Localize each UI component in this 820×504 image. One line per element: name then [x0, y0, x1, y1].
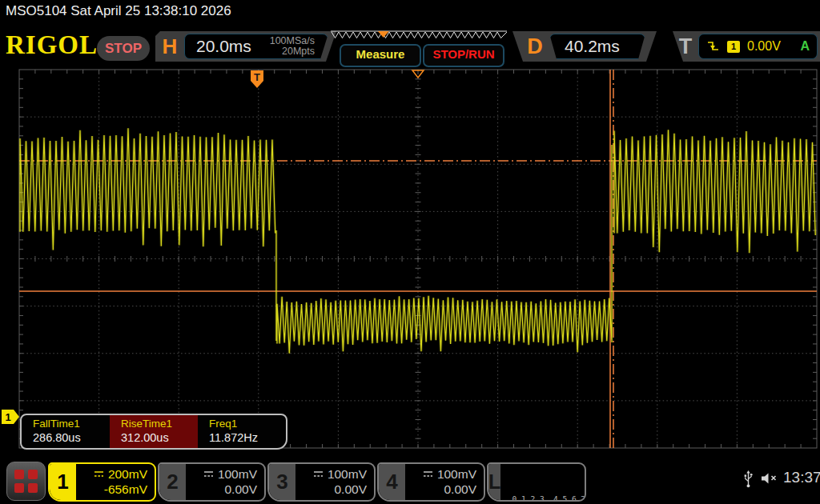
measurement-label: FallTime1	[33, 418, 110, 430]
title-bar: MSO5104 Sat April 25 13:38:10 2026	[0, 0, 820, 24]
waveform-overview-bar[interactable]	[330, 30, 508, 42]
measurement-label: Freq1	[209, 418, 286, 430]
channel-offset: -656mV	[76, 482, 147, 497]
model-and-datetime: MSO5104 Sat April 25 13:38:10 2026	[6, 3, 231, 18]
menu-button[interactable]	[6, 462, 46, 501]
delay-label: D	[521, 31, 549, 62]
channel-scale: 200mV	[108, 466, 147, 482]
trigger-level: 0.00V	[747, 39, 781, 54]
channel-values: 200mV -656mV	[76, 464, 155, 500]
channel-values: 100mV 0.00V	[295, 464, 374, 500]
trigger-source-badge: 1	[727, 41, 740, 53]
delay-box: 40.2ms	[549, 34, 645, 59]
measurement-item[interactable]: FallTime1 286.80us	[22, 415, 110, 448]
horizontal-settings[interactable]: H 20.0ms 100MSa/s 20Mpts	[155, 31, 336, 62]
svg-text:T: T	[254, 71, 260, 83]
usb-icon	[743, 470, 754, 488]
measurement-item[interactable]: Freq1 11.872Hz	[198, 415, 286, 448]
rigol-logo: RIGOL	[6, 30, 98, 60]
digital-label: L	[488, 464, 500, 500]
scope-display[interactable]: T1	[0, 69, 820, 458]
delay-settings[interactable]: D 40.2ms	[512, 31, 657, 62]
sample-rate: 100MSa/s	[270, 35, 315, 46]
measurement-value: 312.00us	[121, 431, 198, 444]
dc-coupling-icon	[313, 470, 324, 478]
dc-coupling-icon	[94, 470, 104, 478]
channel-scale: 100mV	[437, 466, 476, 482]
channel-scale: 100mV	[328, 466, 367, 482]
digital-row-1: 0 1 2 3 4 5 6 7	[500, 493, 586, 502]
trigger-settings[interactable]: T 1 0.00V A	[661, 31, 820, 62]
channel-number: 4	[379, 464, 405, 500]
svg-text:1: 1	[5, 411, 10, 423]
channel-2-tab[interactable]: 2 100mV 0.00V	[158, 462, 266, 502]
dc-coupling-icon	[423, 470, 433, 478]
measurement-panel[interactable]: FallTime1 286.80us RiseTime1 312.00us Fr…	[20, 414, 287, 450]
speaker-muted-icon	[760, 472, 779, 485]
channel-offset: 0.00V	[405, 482, 476, 497]
measurement-label: RiseTime1	[121, 418, 198, 430]
measurement-item[interactable]: RiseTime1 312.00us	[110, 415, 198, 448]
measurement-value: 11.872Hz	[209, 431, 286, 444]
falling-edge-icon	[706, 40, 720, 53]
channel-number: 1	[50, 464, 76, 500]
channel-offset: 0.00V	[295, 482, 367, 497]
menu-grid-icon	[14, 470, 38, 493]
channel-offset: 0.00V	[186, 482, 257, 497]
channel-values: 100mV 0.00V	[186, 464, 264, 500]
digital-channel-list: 0 1 2 3 4 5 6 7 8 9 10 11 12 13 14 15	[500, 464, 586, 500]
trigger-mode: A	[800, 39, 810, 54]
channel-4-tab[interactable]: 4 100mV 0.00V	[377, 462, 485, 502]
trigger-box: 1 0.00V A	[698, 34, 818, 59]
channel-values: 100mV 0.00V	[405, 464, 484, 500]
acquisition-info: 100MSa/s 20Mpts	[270, 36, 328, 57]
channel-number: 2	[159, 464, 186, 500]
timebase-value: 20.0ms	[185, 37, 251, 56]
memory-depth: 20Mpts	[282, 46, 315, 57]
dc-coupling-icon	[203, 470, 214, 478]
clock: 13:37	[783, 469, 820, 486]
run-state-indicator[interactable]: STOP	[97, 36, 150, 61]
digital-channels-tab[interactable]: L 0 1 2 3 4 5 6 7 8 9 10 11 12 13 14 15	[487, 462, 586, 502]
channel-1-tab[interactable]: 1 200mV -656mV	[48, 462, 156, 502]
channel-scale: 100mV	[218, 466, 257, 482]
horizontal-label: H	[155, 31, 184, 62]
delay-value: 40.2ms	[550, 37, 620, 56]
measure-button[interactable]: Measure	[340, 44, 421, 67]
measurement-value: 286.80us	[33, 431, 110, 444]
timebase-box: 20.0ms 100MSa/s 20Mpts	[184, 34, 328, 59]
trigger-label: T	[674, 31, 697, 62]
channel-3-tab[interactable]: 3 100mV 0.00V	[267, 462, 376, 502]
channel-number: 3	[269, 464, 295, 500]
stop-run-button[interactable]: STOP/RUN	[423, 44, 504, 67]
